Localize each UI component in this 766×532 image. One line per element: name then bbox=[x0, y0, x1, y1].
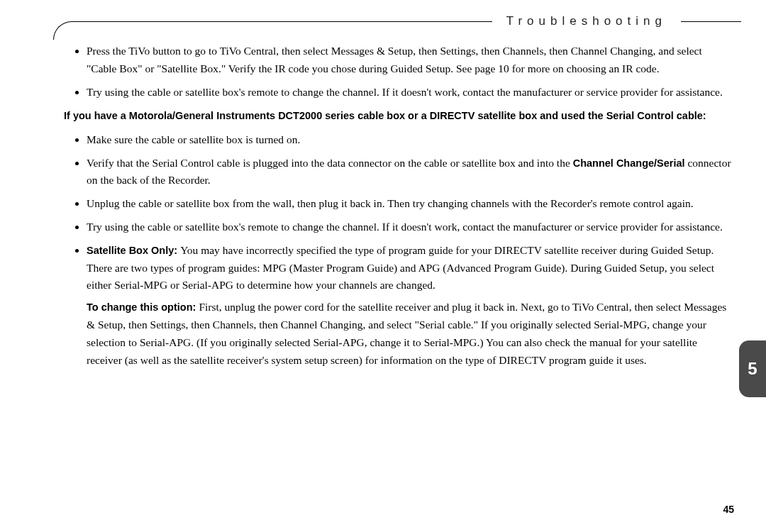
list-item: Try using the cable or satellite box's r… bbox=[87, 218, 734, 236]
list-item: Press the TiVo button to go to TiVo Cent… bbox=[87, 43, 734, 78]
text-fragment: You may have incorrectly specified the t… bbox=[87, 244, 714, 292]
content: Press the TiVo button to go to TiVo Cent… bbox=[64, 43, 734, 376]
text-fragment: Verify that the Serial Control cable is … bbox=[87, 157, 573, 169]
nested-paragraph: To change this option: First, unplug the… bbox=[87, 299, 734, 369]
page-number: 45 bbox=[723, 504, 734, 515]
list-item: Make sure the cable or satellite box is … bbox=[87, 131, 734, 149]
list-item: Verify that the Serial Control cable is … bbox=[87, 155, 734, 190]
bold-fragment: Channel Change/Serial bbox=[573, 157, 685, 169]
intro-paragraph: If you have a Motorola/General Instrumen… bbox=[64, 108, 734, 123]
list-item: Try using the cable or satellite box's r… bbox=[87, 84, 734, 101]
bold-fragment: To change this option: bbox=[87, 301, 199, 313]
section-title: Troubleshooting bbox=[492, 14, 681, 28]
list-item: Satellite Box Only: You may have incorre… bbox=[87, 242, 734, 370]
page: Troubleshooting Press the TiVo button to… bbox=[0, 0, 766, 532]
bullet-list-1: Press the TiVo button to go to TiVo Cent… bbox=[64, 43, 734, 101]
bullet-list-2: Make sure the cable or satellite box is … bbox=[64, 131, 734, 370]
list-item: Unplug the cable or satellite box from t… bbox=[87, 195, 734, 213]
chapter-tab: 5 bbox=[739, 340, 766, 397]
bold-fragment: Satellite Box Only: bbox=[87, 245, 180, 256]
